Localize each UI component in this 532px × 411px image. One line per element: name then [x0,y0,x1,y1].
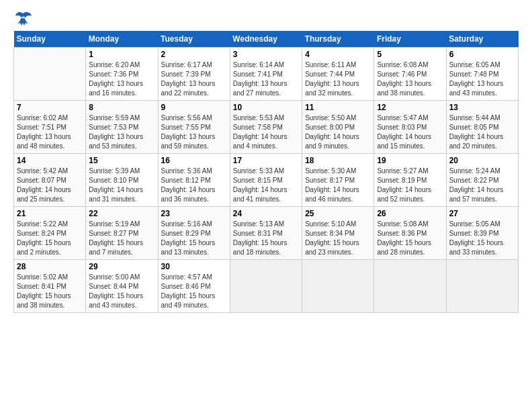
calendar-cell: 21Sunrise: 5:22 AMSunset: 8:24 PMDayligh… [14,207,86,260]
day-info: Sunrise: 5:22 AMSunset: 8:24 PMDaylight:… [17,220,83,257]
day-number: 9 [161,103,227,112]
calendar-cell: 22Sunrise: 5:19 AMSunset: 8:27 PMDayligh… [86,207,158,260]
day-info: Sunrise: 5:42 AMSunset: 8:07 PMDaylight:… [17,167,83,204]
day-number: 14 [17,156,83,165]
day-info: Sunrise: 5:44 AMSunset: 8:05 PMDaylight:… [449,113,515,151]
day-info: Sunrise: 5:36 AMSunset: 8:12 PMDaylight:… [161,167,227,204]
day-info: Sunrise: 5:33 AMSunset: 8:15 PMDaylight:… [233,167,299,204]
day-info: Sunrise: 5:02 AMSunset: 8:41 PMDaylight:… [17,273,83,310]
day-number: 2 [161,50,227,59]
calendar-week-row: 28Sunrise: 5:02 AMSunset: 8:41 PMDayligh… [14,260,519,313]
day-number: 19 [377,156,443,165]
day-info: Sunrise: 5:13 AMSunset: 8:31 PMDaylight:… [233,220,299,257]
day-number: 26 [377,209,443,218]
day-number: 21 [17,209,83,218]
day-info: Sunrise: 5:30 AMSunset: 8:17 PMDaylight:… [305,167,371,204]
day-info: Sunrise: 5:59 AMSunset: 7:53 PMDaylight:… [89,113,154,151]
calendar-cell: 13Sunrise: 5:44 AMSunset: 8:05 PMDayligh… [446,101,518,154]
day-info: Sunrise: 6:05 AMSunset: 7:48 PMDaylight:… [449,60,515,98]
day-number: 25 [305,209,371,218]
day-info: Sunrise: 5:50 AMSunset: 8:00 PMDaylight:… [305,113,371,151]
day-info: Sunrise: 5:08 AMSunset: 8:36 PMDaylight:… [377,220,443,257]
calendar-cell: 12Sunrise: 5:47 AMSunset: 8:03 PMDayligh… [374,101,446,154]
day-info: Sunrise: 5:56 AMSunset: 7:55 PMDaylight:… [161,113,227,151]
calendar-cell: 4Sunrise: 6:11 AMSunset: 7:44 PMDaylight… [302,48,374,101]
day-info: Sunrise: 5:16 AMSunset: 8:29 PMDaylight:… [161,220,227,257]
day-number: 6 [449,50,515,59]
calendar-cell [302,260,374,313]
calendar-cell: 19Sunrise: 5:27 AMSunset: 8:19 PMDayligh… [374,154,446,207]
calendar-cell [230,260,302,313]
day-number: 18 [305,156,371,165]
calendar-cell: 14Sunrise: 5:42 AMSunset: 8:07 PMDayligh… [14,154,86,207]
calendar-cell: 3Sunrise: 6:14 AMSunset: 7:41 PMDaylight… [230,48,302,101]
col-header-sunday: Sunday [14,31,86,48]
calendar-cell [446,260,518,313]
col-header-thursday: Thursday [302,31,374,48]
day-number: 23 [161,209,227,218]
calendar-cell: 26Sunrise: 5:08 AMSunset: 8:36 PMDayligh… [374,207,446,260]
day-info: Sunrise: 5:10 AMSunset: 8:34 PMDaylight:… [305,220,371,257]
col-header-wednesday: Wednesday [230,31,302,48]
day-info: Sunrise: 4:57 AMSunset: 8:46 PMDaylight:… [161,273,227,310]
day-number: 1 [89,50,154,59]
day-info: Sunrise: 5:47 AMSunset: 8:03 PMDaylight:… [377,113,443,151]
col-header-saturday: Saturday [446,31,518,48]
day-info: Sunrise: 6:20 AMSunset: 7:36 PMDaylight:… [89,60,154,98]
col-header-tuesday: Tuesday [158,31,230,48]
logo-bird-icon [13,11,32,26]
calendar-cell: 8Sunrise: 5:59 AMSunset: 7:53 PMDaylight… [86,101,158,154]
page-header [13,11,519,26]
calendar-week-row: 21Sunrise: 5:22 AMSunset: 8:24 PMDayligh… [14,207,519,260]
calendar-cell: 29Sunrise: 5:00 AMSunset: 8:44 PMDayligh… [86,260,158,313]
day-number: 24 [233,209,299,218]
day-number: 28 [17,262,83,271]
day-number: 4 [305,50,371,59]
day-number: 11 [305,103,371,112]
day-info: Sunrise: 6:17 AMSunset: 7:39 PMDaylight:… [161,60,227,98]
day-info: Sunrise: 6:02 AMSunset: 7:51 PMDaylight:… [17,113,83,151]
calendar-week-row: 7Sunrise: 6:02 AMSunset: 7:51 PMDaylight… [14,101,519,154]
day-number: 17 [233,156,299,165]
day-number: 16 [161,156,227,165]
day-number: 8 [89,103,154,112]
day-number: 22 [89,209,154,218]
day-number: 10 [233,103,299,112]
calendar-cell: 16Sunrise: 5:36 AMSunset: 8:12 PMDayligh… [158,154,230,207]
calendar-cell: 11Sunrise: 5:50 AMSunset: 8:00 PMDayligh… [302,101,374,154]
day-number: 30 [161,262,227,271]
day-info: Sunrise: 5:27 AMSunset: 8:19 PMDaylight:… [377,167,443,204]
calendar-cell: 24Sunrise: 5:13 AMSunset: 8:31 PMDayligh… [230,207,302,260]
calendar-cell: 25Sunrise: 5:10 AMSunset: 8:34 PMDayligh… [302,207,374,260]
calendar-cell: 15Sunrise: 5:39 AMSunset: 8:10 PMDayligh… [86,154,158,207]
calendar-cell: 17Sunrise: 5:33 AMSunset: 8:15 PMDayligh… [230,154,302,207]
calendar-cell: 9Sunrise: 5:56 AMSunset: 7:55 PMDaylight… [158,101,230,154]
logo [13,11,35,26]
day-number: 29 [89,262,154,271]
calendar-week-row: 14Sunrise: 5:42 AMSunset: 8:07 PMDayligh… [14,154,519,207]
day-number: 3 [233,50,299,59]
day-number: 7 [17,103,83,112]
col-header-friday: Friday [374,31,446,48]
day-number: 13 [449,103,515,112]
day-number: 20 [449,156,515,165]
calendar-cell: 5Sunrise: 6:08 AMSunset: 7:46 PMDaylight… [374,48,446,101]
calendar-cell: 30Sunrise: 4:57 AMSunset: 8:46 PMDayligh… [158,260,230,313]
day-info: Sunrise: 5:39 AMSunset: 8:10 PMDaylight:… [89,167,154,204]
day-info: Sunrise: 5:24 AMSunset: 8:22 PMDaylight:… [449,167,515,204]
day-info: Sunrise: 5:19 AMSunset: 8:27 PMDaylight:… [89,220,154,257]
day-info: Sunrise: 6:11 AMSunset: 7:44 PMDaylight:… [305,60,371,98]
day-info: Sunrise: 6:14 AMSunset: 7:41 PMDaylight:… [233,60,299,98]
calendar-cell: 28Sunrise: 5:02 AMSunset: 8:41 PMDayligh… [14,260,86,313]
day-info: Sunrise: 5:00 AMSunset: 8:44 PMDaylight:… [89,273,154,310]
day-number: 12 [377,103,443,112]
col-header-monday: Monday [86,31,158,48]
calendar-cell: 6Sunrise: 6:05 AMSunset: 7:48 PMDaylight… [446,48,518,101]
calendar-header-row: SundayMondayTuesdayWednesdayThursdayFrid… [14,31,519,48]
day-number: 5 [377,50,443,59]
calendar-cell: 2Sunrise: 6:17 AMSunset: 7:39 PMDaylight… [158,48,230,101]
calendar-cell: 1Sunrise: 6:20 AMSunset: 7:36 PMDaylight… [86,48,158,101]
day-number: 27 [449,209,515,218]
calendar-cell: 23Sunrise: 5:16 AMSunset: 8:29 PMDayligh… [158,207,230,260]
calendar-cell: 20Sunrise: 5:24 AMSunset: 8:22 PMDayligh… [446,154,518,207]
